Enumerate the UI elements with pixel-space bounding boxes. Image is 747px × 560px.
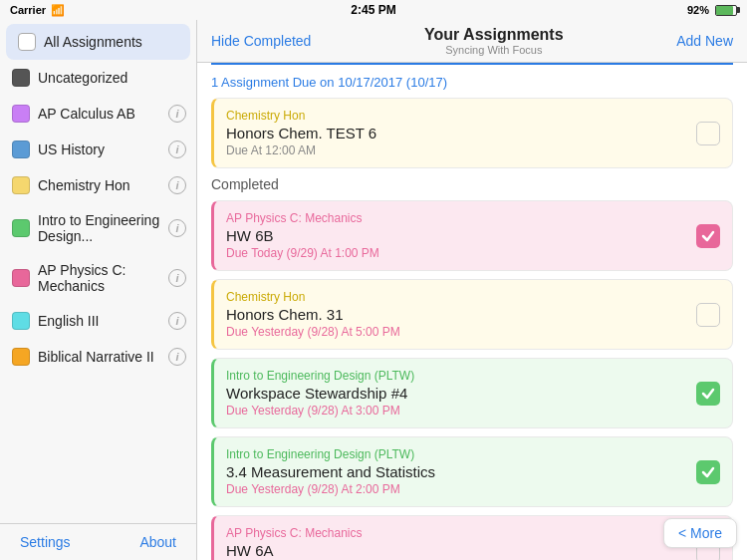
info-icon-engineering[interactable]: i (168, 219, 186, 237)
sidebar-label-ap-calculus: AP Calculus AB (38, 106, 168, 122)
sidebar-dot-us-history (12, 140, 30, 158)
sidebar-dot-uncategorized (12, 69, 30, 87)
assignment-card[interactable]: Intro to Engineering Design (PLTW)Worksp… (211, 358, 733, 428)
sidebar-dot-engineering (12, 219, 30, 237)
status-bar: Carrier 📶 2:45 PM 92% (0, 0, 747, 20)
sync-status: Syncing With Focus (424, 44, 564, 56)
card-task-name: HW 6B (226, 227, 686, 244)
card-left: AP Physics C: MechanicsHW 6ADue Yesterda… (226, 526, 686, 560)
upcoming-list: Chemistry HonHonors Chem. TEST 6Due At 1… (211, 98, 733, 168)
card-due-date: Due Yesterday (9/28) At 3:00 PM (226, 404, 686, 418)
card-due-date: Due Yesterday (9/28) At 2:00 PM (226, 482, 686, 496)
sidebar: All AssignmentsUncategorizedAP Calculus … (0, 20, 197, 560)
card-checkbox[interactable] (696, 303, 720, 327)
card-class-name: Chemistry Hon (226, 109, 686, 123)
card-left: AP Physics C: MechanicsHW 6BDue Today (9… (226, 211, 686, 260)
sidebar-label-all-assignments: All Assignments (44, 34, 180, 50)
card-task-name: Honors Chem. TEST 6 (226, 125, 686, 141)
sidebar-dot-english (12, 312, 30, 330)
sidebar-label-uncategorized: Uncategorized (38, 70, 186, 86)
battery-percent: 92% (687, 4, 709, 16)
status-time: 2:45 PM (351, 3, 395, 17)
assignment-card[interactable]: Chemistry HonHonors Chem. 31Due Yesterda… (211, 279, 733, 350)
sidebar-label-biblical: Biblical Narrative II (38, 349, 168, 365)
about-link[interactable]: About (139, 534, 176, 550)
info-icon-ap-calculus[interactable]: i (168, 105, 186, 123)
sidebar-item-english[interactable]: English IIIi (0, 303, 196, 339)
assignments-scroll: 1 Assignment Due on 10/17/2017 (10/17) C… (197, 65, 747, 560)
sidebar-label-engineering: Intro to Engineering Design... (38, 212, 168, 244)
sidebar-item-engineering[interactable]: Intro to Engineering Design...i (0, 203, 196, 253)
sidebar-item-us-history[interactable]: US Historyi (0, 132, 196, 167)
header-left: Hide Completed (211, 32, 311, 50)
header-center: Your Assignments Syncing With Focus (424, 26, 564, 56)
info-icon-biblical[interactable]: i (168, 348, 186, 366)
card-class-name: Intro to Engineering Design (PLTW) (226, 369, 686, 383)
sidebar-item-all-assignments[interactable]: All Assignments (6, 24, 190, 60)
sidebar-dot-all-assignments (18, 33, 36, 51)
card-task-name: Honors Chem. 31 (226, 306, 686, 323)
card-left: Intro to Engineering Design (PLTW)3.4 Me… (226, 447, 686, 496)
status-left: Carrier 📶 (10, 4, 65, 17)
card-checkbox[interactable] (696, 224, 720, 248)
completed-list: AP Physics C: MechanicsHW 6BDue Today (9… (211, 200, 733, 560)
sidebar-label-us-history: US History (38, 141, 168, 157)
sidebar-item-ap-calculus[interactable]: AP Calculus ABi (0, 96, 196, 132)
settings-link[interactable]: Settings (20, 534, 71, 550)
card-checkbox[interactable] (696, 382, 720, 406)
due-header: 1 Assignment Due on 10/17/2017 (10/17) (211, 75, 733, 90)
sidebar-footer: Settings About (0, 523, 196, 560)
card-due-date: Due Yesterday (9/28) At 5:00 PM (226, 325, 686, 339)
card-checkbox[interactable] (696, 460, 720, 484)
info-icon-english[interactable]: i (168, 312, 186, 330)
sidebar-item-chemistry-hon[interactable]: Chemistry Honi (0, 167, 196, 203)
wifi-icon: 📶 (51, 4, 65, 17)
card-left: Chemistry HonHonors Chem. TEST 6Due At 1… (226, 109, 686, 157)
header-right: Add New (676, 32, 733, 50)
card-due-date: Due At 12:00 AM (226, 143, 686, 157)
main-content: Hide Completed Your Assignments Syncing … (197, 20, 747, 560)
more-button[interactable]: < More (663, 518, 737, 548)
status-right: 92% (687, 4, 737, 16)
main-header: Hide Completed Your Assignments Syncing … (197, 20, 747, 63)
app-container: All AssignmentsUncategorizedAP Calculus … (0, 20, 747, 560)
info-icon-ap-physics[interactable]: i (168, 269, 186, 287)
add-new-button[interactable]: Add New (676, 33, 733, 49)
card-task-name: HW 6A (226, 542, 686, 559)
info-icon-us-history[interactable]: i (168, 140, 186, 158)
hide-completed-button[interactable]: Hide Completed (211, 33, 311, 49)
sidebar-item-ap-physics[interactable]: AP Physics C: Mechanicsi (0, 253, 196, 303)
assignment-card[interactable]: Chemistry HonHonors Chem. TEST 6Due At 1… (211, 98, 733, 168)
sidebar-label-ap-physics: AP Physics C: Mechanics (38, 262, 168, 294)
sidebar-item-biblical[interactable]: Biblical Narrative IIi (0, 339, 196, 375)
card-class-name: Intro to Engineering Design (PLTW) (226, 447, 686, 461)
assignment-card[interactable]: Intro to Engineering Design (PLTW)3.4 Me… (211, 436, 733, 507)
sidebar-item-uncategorized[interactable]: Uncategorized (0, 60, 196, 96)
assignment-card[interactable]: AP Physics C: MechanicsHW 6ADue Yesterda… (211, 515, 733, 560)
sidebar-dot-biblical (12, 348, 30, 366)
card-class-name: Chemistry Hon (226, 290, 686, 304)
sidebar-dot-chemistry-hon (12, 176, 30, 194)
card-due-date: Due Today (9/29) At 1:00 PM (226, 246, 686, 260)
card-checkbox[interactable] (696, 122, 720, 145)
card-left: Intro to Engineering Design (PLTW)Worksp… (226, 369, 686, 418)
sidebar-list: All AssignmentsUncategorizedAP Calculus … (0, 20, 196, 523)
assignment-card[interactable]: AP Physics C: MechanicsHW 6BDue Today (9… (211, 200, 733, 271)
card-task-name: 3.4 Measurement and Statistics (226, 463, 686, 480)
page-title: Your Assignments (424, 26, 564, 44)
sidebar-dot-ap-physics (12, 269, 30, 287)
card-task-name: Workspace Stewardship #4 (226, 385, 686, 402)
card-class-name: AP Physics C: Mechanics (226, 526, 686, 540)
info-icon-chemistry-hon[interactable]: i (168, 176, 186, 194)
completed-section-label: Completed (211, 176, 733, 192)
card-left: Chemistry HonHonors Chem. 31Due Yesterda… (226, 290, 686, 339)
battery-icon (715, 5, 737, 16)
sidebar-dot-ap-calculus (12, 105, 30, 123)
carrier-label: Carrier (10, 4, 46, 16)
card-class-name: AP Physics C: Mechanics (226, 211, 686, 225)
sidebar-label-english: English III (38, 313, 168, 329)
sidebar-label-chemistry-hon: Chemistry Hon (38, 177, 168, 193)
